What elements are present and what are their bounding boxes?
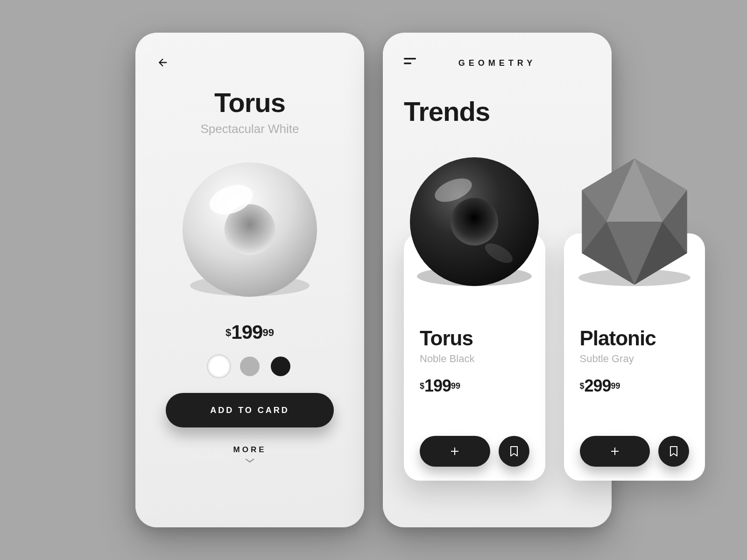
card-price: $29999 <box>580 376 690 396</box>
plus-icon <box>449 446 460 457</box>
product-image <box>404 152 544 294</box>
torus-white-icon <box>175 155 324 304</box>
price-whole: 299 <box>585 376 611 395</box>
product-title: Torus <box>156 87 343 118</box>
chevron-down-icon <box>156 457 343 466</box>
card-price: $19999 <box>420 376 529 396</box>
more-label: MORE <box>233 445 267 454</box>
svg-point-8 <box>451 198 498 245</box>
price-cents: 99 <box>451 381 460 391</box>
add-to-card-button[interactable]: ADD TO CARD <box>166 393 334 427</box>
svg-rect-5 <box>404 63 411 64</box>
swatch-white[interactable] <box>209 357 229 376</box>
product-card-platonic[interactable]: Platonic Subtle Gray $29999 <box>564 233 705 481</box>
icosahedron-icon <box>564 152 705 292</box>
price-whole: 199 <box>231 321 262 343</box>
card-actions <box>580 436 690 467</box>
trends-screen: GEOMETRY Trends <box>383 33 612 527</box>
product-detail-screen: Torus Spectacular White <box>135 33 364 527</box>
cta-label: ADD TO CARD <box>210 406 289 415</box>
price-currency: $ <box>226 327 231 338</box>
product-subtitle: Spectacular White <box>156 122 343 136</box>
more-button[interactable]: MORE <box>156 445 343 455</box>
plus-icon <box>609 446 620 457</box>
arrow-left-icon <box>156 56 169 69</box>
bookmark-icon <box>509 446 519 457</box>
price-currency: $ <box>420 381 424 391</box>
svg-rect-4 <box>404 58 416 60</box>
torus-black-icon <box>404 152 544 292</box>
add-button[interactable] <box>420 436 490 467</box>
card-subtitle: Noble Black <box>420 353 529 365</box>
price-cents: 99 <box>262 327 274 338</box>
card-title: Torus <box>420 327 529 350</box>
swatch-gray[interactable] <box>240 357 260 376</box>
bookmark-button[interactable] <box>658 436 689 467</box>
back-button[interactable] <box>156 56 169 69</box>
section-title: Trends <box>404 96 591 127</box>
card-title: Platonic <box>580 327 690 350</box>
price-whole: 199 <box>424 376 451 395</box>
menu-button[interactable] <box>404 57 418 68</box>
swatch-black[interactable] <box>271 357 290 376</box>
product-cards-row[interactable]: Torus Noble Black $19999 <box>404 233 705 481</box>
product-image <box>564 152 705 294</box>
card-subtitle: Subtle Gray <box>580 353 690 365</box>
color-swatches <box>156 357 343 376</box>
product-price: $19999 <box>156 321 343 343</box>
price-cents: 99 <box>611 381 620 391</box>
price-currency: $ <box>580 381 585 391</box>
bookmark-icon <box>669 446 678 457</box>
top-bar: GEOMETRY <box>404 56 591 70</box>
bookmark-button[interactable] <box>499 436 529 467</box>
brand-title: GEOMETRY <box>458 58 536 68</box>
menu-icon <box>404 57 418 66</box>
add-button[interactable] <box>580 436 650 467</box>
product-hero-image <box>156 155 343 304</box>
card-actions <box>420 436 529 467</box>
product-card-torus[interactable]: Torus Noble Black $19999 <box>404 233 545 481</box>
